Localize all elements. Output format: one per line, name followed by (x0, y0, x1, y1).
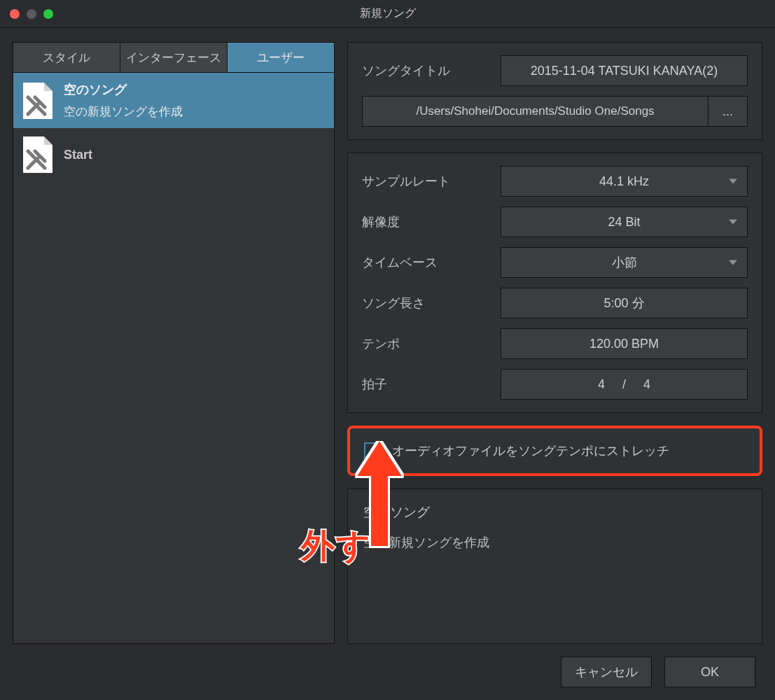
cancel-button[interactable]: キャンセル (561, 657, 652, 687)
template-desc: 空の新規ソングを作成 (64, 104, 183, 120)
ok-button[interactable]: OK (664, 657, 755, 687)
template-start[interactable]: Start (13, 128, 334, 181)
minimize-icon (27, 9, 36, 19)
window-controls (0, 9, 53, 19)
tab-style[interactable]: スタイル (13, 43, 120, 72)
maximize-icon[interactable] (43, 9, 53, 19)
timebase-label: タイムベース (362, 254, 488, 271)
song-title-input[interactable]: 2015-11-04 TATSUKI KANAYA(2) (501, 55, 748, 86)
settings-panel: サンプルレート 44.1 kHz 解像度 24 Bit タイムベース (347, 153, 762, 413)
sample-rate-label: サンプルレート (362, 173, 488, 190)
titlebar: 新規ソング (0, 0, 775, 28)
window-title: 新規ソング (360, 6, 416, 21)
dialog-footer: キャンセル OK (0, 644, 775, 700)
title-panel: ソングタイトル 2015-11-04 TATSUKI KANAYA(2) /Us… (347, 42, 762, 140)
song-path-input[interactable]: /Users/Shohei/Documents/Studio One/Songs (362, 96, 708, 127)
song-length-label: ソング長さ (362, 295, 488, 312)
timebase-value: 小節 (612, 254, 637, 271)
stretch-checkbox[interactable] (364, 442, 381, 459)
template-title: 空のソング (64, 81, 183, 98)
left-pane: スタイル インターフェース ユーザー 空のソング 空の新規ソングを作成 (13, 42, 335, 644)
tempo-input[interactable]: 120.00 BPM (501, 328, 748, 359)
time-sig-label: 拍子 (362, 376, 488, 393)
description-title: 空のソング (363, 503, 746, 522)
time-sig-denominator[interactable]: 4 (640, 377, 654, 392)
sample-rate-value: 44.1 kHz (599, 174, 649, 189)
resolution-select[interactable]: 24 Bit (501, 206, 748, 237)
time-sig-input[interactable]: 4 / 4 (501, 369, 748, 400)
song-title-label: ソングタイトル (362, 62, 488, 79)
resolution-value: 24 Bit (608, 215, 640, 230)
tab-user[interactable]: ユーザー (228, 43, 334, 72)
close-icon[interactable] (10, 9, 20, 19)
dialog-body: スタイル インターフェース ユーザー 空のソング 空の新規ソングを作成 (0, 28, 775, 644)
description-body: 空の新規ソングを作成 (363, 534, 746, 551)
template-empty-song[interactable]: 空のソング 空の新規ソングを作成 (13, 73, 334, 128)
template-file-icon (23, 136, 53, 173)
template-file-icon (23, 83, 53, 119)
stretch-label: オーディオファイルをソングテンポにストレッチ (392, 442, 669, 459)
time-sig-sep: / (622, 377, 626, 392)
sample-rate-select[interactable]: 44.1 kHz (501, 166, 748, 197)
timebase-select[interactable]: 小節 (501, 247, 748, 278)
new-song-dialog: 新規ソング スタイル インターフェース ユーザー 空のソング 空の新規ソングを作… (0, 0, 775, 700)
template-title: Start (64, 148, 92, 162)
time-sig-numerator[interactable]: 4 (594, 377, 608, 392)
tab-interface[interactable]: インターフェース (120, 43, 228, 72)
description-panel: 空のソング 空の新規ソングを作成 (347, 489, 762, 644)
browse-button[interactable]: ... (708, 96, 748, 127)
tempo-label: テンポ (362, 335, 488, 352)
song-length-input[interactable]: 5:00 分 (501, 288, 748, 318)
right-pane: ソングタイトル 2015-11-04 TATSUKI KANAYA(2) /Us… (347, 42, 762, 644)
template-text: 空のソング 空の新規ソングを作成 (64, 81, 183, 120)
chevron-down-icon (729, 220, 737, 225)
chevron-down-icon (729, 179, 737, 184)
stretch-panel: オーディオファイルをソングテンポにストレッチ (347, 426, 762, 476)
resolution-label: 解像度 (362, 214, 488, 230)
template-text: Start (64, 148, 92, 162)
template-list[interactable]: 空のソング 空の新規ソングを作成 Start (13, 73, 335, 644)
template-tabs: スタイル インターフェース ユーザー (13, 42, 335, 73)
chevron-down-icon (729, 260, 737, 265)
